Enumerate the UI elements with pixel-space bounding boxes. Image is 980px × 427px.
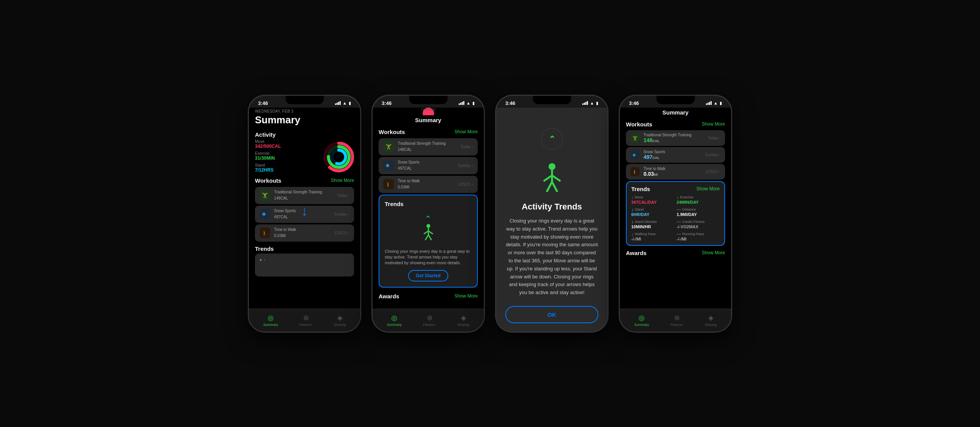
workouts-show-more-2[interactable]: Show More bbox=[454, 129, 478, 134]
trends-header-1: Trends bbox=[249, 243, 360, 254]
trend-exercise-4: ↓ Exercise 24MIN/DAY bbox=[677, 195, 720, 205]
workout-date-2b: Sunday › bbox=[458, 164, 473, 168]
stand-stat: Stand 7/12HRS bbox=[255, 163, 319, 173]
get-started-btn[interactable]: Get Started bbox=[408, 270, 448, 281]
svg-text:❄: ❄ bbox=[262, 211, 266, 217]
workouts-header-4: Workouts Show More bbox=[620, 119, 731, 129]
workout-card-2b[interactable]: ❄ Snow Sports 497CAL Sunday › bbox=[379, 157, 478, 174]
battery-icon-4: ▮ bbox=[720, 101, 722, 106]
nav-summary-label-4: Summary bbox=[634, 323, 649, 327]
stand-value: 7/12HRS bbox=[255, 167, 319, 173]
workout-card-4c[interactable]: 🚶 Time to Walk 0.03MI 1/25/21 › bbox=[626, 164, 725, 180]
nav-sharing-4[interactable]: ◈ Sharing bbox=[705, 314, 717, 327]
svg-text:❄: ❄ bbox=[632, 153, 636, 157]
activity-rings-1: ▲ bbox=[323, 142, 354, 172]
trends-desc-2: Closing your rings every day is a great … bbox=[385, 249, 472, 266]
workout-info-1a: Traditional Strength Training 148CAL bbox=[274, 190, 333, 201]
nav-summary-1[interactable]: ◎ Summary bbox=[263, 314, 278, 327]
svg-line-23 bbox=[544, 175, 552, 181]
nav-summary-2[interactable]: ◎ Summary bbox=[387, 314, 402, 327]
page-title-1: Summary bbox=[249, 113, 360, 129]
awards-show-more-4[interactable]: Show More bbox=[702, 250, 725, 255]
svg-line-24 bbox=[552, 175, 560, 181]
trends-preview-1: ▲ ↓ bbox=[255, 254, 354, 276]
scroll-top-2: 7/YEARS bbox=[372, 108, 484, 115]
workout-name-4a: Traditional Strength Training bbox=[644, 133, 704, 137]
svg-text:🏋: 🏋 bbox=[632, 136, 638, 141]
nav-fitness-4[interactable]: ⊛ Fitness+ bbox=[670, 314, 683, 327]
wifi-icon-3: ▲ bbox=[590, 101, 594, 105]
time-4: 3:46 bbox=[629, 100, 639, 106]
summary-nav-icon-4: ◎ bbox=[639, 314, 645, 322]
svg-point-21 bbox=[549, 163, 555, 170]
phone-4: 3:46 ▲ ▮ Summary Workouts Show More bbox=[619, 95, 732, 332]
battery-icon-1: ▮ bbox=[349, 101, 351, 106]
snow-icon-2: ❄ bbox=[383, 160, 394, 171]
runpace-trend-label: Running Pace bbox=[683, 232, 704, 236]
nav-summary-4[interactable]: ◎ Summary bbox=[634, 314, 649, 327]
workout-cal-2c: 0.03MI bbox=[398, 183, 454, 190]
trends-grid-4: ↓ Move 347CAL/DAY ↓ Exercise 24MIN/DAY bbox=[631, 195, 720, 241]
svg-text:▲: ▲ bbox=[337, 144, 340, 148]
svg-text:⌃: ⌃ bbox=[549, 134, 555, 144]
nav-fitness-label-2: Fitness+ bbox=[423, 323, 436, 327]
workout-info-2b: Snow Sports 497CAL bbox=[398, 160, 454, 171]
status-bar-2: 3:46 ▲ ▮ bbox=[372, 96, 484, 108]
workout-name-1c: Time to Walk bbox=[274, 227, 331, 232]
time-3: 3:46 bbox=[505, 100, 515, 106]
workout-card-1a[interactable]: 🏋 Traditional Strength Training 148CAL T… bbox=[255, 187, 354, 204]
move-label: Move bbox=[255, 139, 319, 144]
exercise-value: 31/30MIN bbox=[255, 155, 319, 161]
trends-card-title-2: Trends bbox=[385, 201, 472, 207]
workout-name-4b: Snow Sports bbox=[644, 150, 701, 154]
strength-icon-2: 🏋 bbox=[383, 141, 394, 152]
workout-date-1a: Today › bbox=[337, 193, 350, 198]
workout-card-2c[interactable]: 🚶 Time to Walk 0.03MI 1/25/21 › bbox=[379, 176, 478, 193]
exercise-label: Exercise bbox=[255, 151, 319, 155]
wifi-icon-2: ▲ bbox=[466, 101, 470, 105]
nav-fitness-2[interactable]: ⊛ Fitness+ bbox=[423, 314, 436, 327]
trends-show-more-4[interactable]: Show More bbox=[696, 186, 720, 191]
activity-title-1: Activity bbox=[255, 131, 276, 138]
ok-button-3[interactable]: OK bbox=[505, 306, 598, 323]
svg-text:🚶: 🚶 bbox=[385, 182, 391, 187]
sharing-nav-icon-2: ◈ bbox=[461, 314, 466, 322]
workout-date-1c: 1/25/21 › bbox=[335, 231, 350, 235]
status-bar-4: 3:46 ▲ ▮ bbox=[620, 96, 731, 108]
workouts-header-1: Workouts Show More bbox=[249, 175, 360, 185]
signal-icon-4 bbox=[706, 101, 712, 105]
svg-line-17 bbox=[425, 235, 428, 240]
svg-text:❄: ❄ bbox=[385, 163, 390, 169]
workout-cal-2a: 148CAL bbox=[398, 146, 457, 152]
status-icons-4: ▲ ▮ bbox=[706, 101, 722, 106]
wifi-icon-1: ▲ bbox=[343, 101, 347, 105]
workout-info-4a: Traditional Strength Training 148CAL bbox=[644, 133, 704, 143]
nav-sharing-label-4: Sharing bbox=[705, 323, 717, 327]
nav-fitness-1[interactable]: ⊛ Fitness+ bbox=[299, 314, 312, 327]
workout-date-4a: Today › bbox=[708, 136, 720, 140]
awards-header-4: Awards Show More bbox=[620, 247, 731, 258]
phone-1: 3:46 ▲ ▮ WEDNESDAY, FEB 3 Summary bbox=[248, 95, 361, 332]
svg-line-25 bbox=[547, 182, 552, 192]
nav-sharing-1[interactable]: ◈ Sharing bbox=[334, 314, 346, 327]
trend-stand-4: ↓ Stand 6HR/DAY bbox=[631, 207, 675, 217]
runpace-trend-value: -/-/MI bbox=[677, 237, 720, 241]
time-2: 3:46 bbox=[382, 100, 392, 106]
walker-svg-2 bbox=[420, 223, 437, 242]
center-title-2: Summary bbox=[372, 115, 484, 126]
trends-grid-card-4: Trends Show More ↓ Move 347CAL/DAY bbox=[626, 181, 725, 246]
workout-card-1c[interactable]: 🚶 Time to Walk 0.03MI 1/25/21 › bbox=[255, 224, 354, 242]
move-value: 342/500CAL bbox=[255, 144, 319, 149]
nav-sharing-2[interactable]: ◈ Sharing bbox=[457, 314, 469, 327]
awards-show-more-2[interactable]: Show More bbox=[454, 293, 478, 299]
distance-trend-label: Distance bbox=[683, 208, 696, 211]
nav-sharing-label-1: Sharing bbox=[334, 323, 346, 327]
workout-card-4b[interactable]: ❄ Snow Sports 497CAL Sunday › bbox=[626, 147, 725, 163]
trends-section-1: ▲ ↓ bbox=[249, 254, 360, 276]
fitness-nav-icon-2: ⊛ bbox=[427, 314, 433, 322]
workout-card-4a[interactable]: 🏋 Traditional Strength Training 148CAL T… bbox=[626, 130, 725, 146]
workout-card-2a[interactable]: 🏋 Traditional Strength Training 148CAL T… bbox=[379, 138, 478, 155]
workouts-show-more-1[interactable]: Show More bbox=[331, 178, 354, 183]
signal-icon-1 bbox=[335, 101, 341, 105]
workouts-show-more-4[interactable]: Show More bbox=[702, 121, 725, 127]
